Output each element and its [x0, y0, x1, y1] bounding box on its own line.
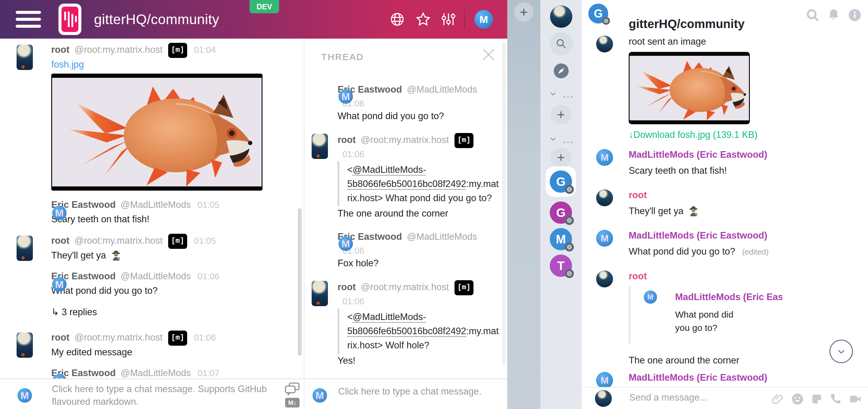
sticker-icon[interactable]	[810, 392, 824, 406]
window-gap-column: +	[507, 0, 540, 409]
sender-username[interactable]: @MadLittleMods	[407, 231, 477, 242]
avatar-root[interactable]	[312, 134, 328, 159]
jump-to-bottom-button[interactable]	[830, 340, 853, 363]
sender-name[interactable]: root	[629, 189, 868, 201]
add-room-icon[interactable]: +	[550, 148, 571, 167]
compass-icon[interactable]	[553, 63, 569, 79]
edited-marker[interactable]: (edited)	[742, 247, 769, 256]
sender-username[interactable]: @MadLittleMods	[121, 368, 191, 378]
sender-username[interactable]: @root:my.matrix.host	[74, 332, 163, 343]
section-collapse[interactable]: …	[540, 135, 582, 144]
quoted-reply[interactable]: M MadLittleMods (Eric Eastwood) What pon…	[629, 286, 868, 344]
markdown-icon[interactable]: M↓	[285, 398, 300, 408]
search-icon[interactable]	[805, 8, 820, 22]
avatar-madlittlemods[interactable]: M	[596, 372, 613, 387]
sender-username[interactable]: @root:my.matrix.host	[361, 282, 449, 292]
quoted-reply: <@MadLittleMods- 5b8066fe6b50016bc08f249…	[338, 162, 497, 206]
message-text: The one around the corner	[338, 207, 497, 220]
section-collapse[interactable]: …	[540, 89, 582, 98]
star-icon[interactable]	[415, 11, 431, 27]
emoji-icon[interactable]	[791, 392, 804, 406]
element-composer	[582, 387, 868, 409]
avatar-root[interactable]	[17, 236, 33, 261]
sender-username[interactable]: @root:my.matrix.host	[74, 235, 163, 246]
avatar-root[interactable]	[17, 45, 33, 70]
message-text: What pond did you go to?	[629, 246, 735, 257]
search-icon[interactable]	[550, 32, 573, 56]
sender-username[interactable]: @MadLittleMods	[121, 199, 191, 210]
globe-badge-icon	[565, 269, 574, 278]
quoted-sender-name[interactable]: MadLittleMods (Eric Eastwood)	[675, 290, 782, 304]
phone-icon[interactable]	[829, 392, 842, 406]
sender-name[interactable]: MadLittleMods (Eric Eastwood)	[629, 149, 868, 160]
image-message: root sent an image ↓Download fosh.jpg (1…	[596, 36, 868, 141]
image-thumbnail-fish[interactable]	[629, 52, 750, 124]
bell-icon[interactable]	[827, 8, 841, 22]
filters-icon[interactable]	[441, 11, 456, 27]
gitter-logo[interactable]	[59, 4, 82, 35]
close-icon[interactable]	[482, 48, 495, 61]
globe-icon[interactable]	[390, 11, 405, 27]
timestamp: 01:06	[194, 333, 216, 342]
more-icon[interactable]: …	[562, 91, 574, 97]
sender-name[interactable]: root	[51, 235, 69, 246]
avatar-madlittlemods[interactable]: M	[596, 230, 613, 247]
timestamp: 01:05	[198, 200, 220, 210]
avatar-root[interactable]	[312, 281, 328, 306]
sender-name[interactable]: root	[629, 270, 868, 282]
thread-scrollbar[interactable]	[502, 42, 506, 365]
chat-scrollbar[interactable]	[298, 208, 302, 356]
globe-badge-icon	[602, 17, 610, 25]
mention-link[interactable]: 5b8066fe6b50016bc08f2492	[347, 179, 466, 189]
screen: gitterHQ/community DEV M root @root:my.	[0, 0, 868, 409]
chat-message: root @root:my.matrix.host [m] 01:04 fosh…	[17, 43, 304, 191]
add-icon[interactable]: +	[514, 2, 533, 22]
menu-icon[interactable]	[16, 7, 41, 32]
sender-username[interactable]: @root:my.matrix.host	[361, 135, 449, 145]
thread-replies-link[interactable]: ↳ 3 replies	[51, 306, 304, 319]
avatar-madlittlemods[interactable]: M	[596, 149, 613, 166]
sender-name[interactable]: MadLittleMods (Eric Eastwood)	[629, 372, 868, 383]
room-avatar-selected[interactable]: G	[546, 167, 576, 197]
chat-message: Eric Eastwood @MadLittleMods 01:06 What …	[17, 270, 304, 319]
mention-link[interactable]: @MadLittleMods-	[352, 165, 426, 175]
quoted-text: What pond did you go to?	[675, 308, 741, 334]
quote-text: rix.host> What pond did you go to?	[347, 193, 492, 203]
user-avatar[interactable]	[550, 5, 572, 28]
avatar-root[interactable]	[17, 332, 33, 358]
sender-username[interactable]: @root:my.matrix.host	[74, 44, 163, 55]
attachment-icon[interactable]	[771, 392, 784, 406]
user-avatar[interactable]: M	[474, 10, 493, 29]
download-link[interactable]: ↓Download fosh.jpg (139.1 KB)	[629, 128, 868, 141]
add-room-icon[interactable]: +	[550, 105, 571, 124]
avatar-root[interactable]	[596, 270, 613, 287]
sender-name[interactable]: root	[338, 135, 355, 145]
sender-username[interactable]: @MadLittleMods	[407, 84, 477, 95]
sender-username[interactable]: @MadLittleMods	[121, 271, 191, 282]
sender-name[interactable]: root	[338, 282, 355, 292]
chat-bubbles-icon[interactable]	[284, 382, 300, 396]
room-letter: G	[594, 7, 603, 20]
avatar-root[interactable]	[596, 189, 613, 206]
room-avatar[interactable]: M	[550, 228, 572, 250]
attached-image-fish[interactable]	[51, 74, 262, 191]
room-avatar[interactable]: G	[588, 4, 608, 24]
thread-message-input[interactable]	[338, 386, 494, 397]
timestamp: 01:05	[194, 236, 216, 245]
room-avatar[interactable]: T	[550, 255, 572, 277]
sender-name[interactable]: root	[51, 44, 69, 55]
avatar-root[interactable]	[596, 36, 613, 53]
info-icon[interactable]	[847, 8, 862, 22]
chat-message-input[interactable]	[51, 382, 284, 408]
send-message-input[interactable]	[629, 392, 743, 403]
message-text: They'll get ya	[51, 250, 106, 261]
message-text: What pond did you go to?	[51, 284, 304, 297]
sender-name[interactable]: MadLittleMods (Eric Eastwood)	[629, 230, 868, 241]
attachment-link[interactable]: fosh.jpg	[51, 59, 84, 70]
sender-name[interactable]: root	[51, 332, 69, 343]
more-icon[interactable]: …	[562, 136, 574, 142]
mention-link[interactable]: 5b8066fe6b50016bc08f2492	[347, 326, 466, 336]
room-avatar[interactable]: G	[550, 202, 572, 224]
mention-link[interactable]: @MadLittleMods-	[352, 312, 426, 322]
video-icon[interactable]	[849, 392, 862, 406]
